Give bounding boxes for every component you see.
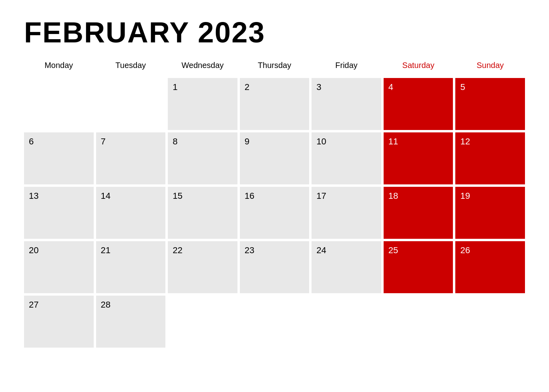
day-cell[interactable] — [168, 296, 237, 348]
day-cell[interactable]: 19 — [455, 187, 525, 239]
day-cell[interactable]: 26 — [455, 241, 525, 293]
day-cell[interactable]: 2 — [240, 78, 310, 130]
calendar-container: FEBRUARY 2023 MondayTuesdayWednesdayThur… — [0, 0, 549, 392]
day-cell[interactable] — [24, 78, 94, 130]
day-number: 8 — [173, 136, 177, 146]
day-header-wednesday: Wednesday — [168, 57, 237, 76]
day-cell[interactable]: 15 — [168, 187, 237, 239]
day-cell[interactable]: 24 — [312, 241, 381, 293]
day-cell[interactable]: 3 — [312, 78, 381, 130]
day-number: 19 — [460, 191, 470, 201]
day-header-thursday: Thursday — [240, 57, 310, 76]
day-header-friday: Friday — [312, 57, 381, 76]
day-number: 17 — [316, 191, 326, 201]
day-number: 26 — [460, 245, 470, 255]
day-header-monday: Monday — [24, 57, 94, 76]
day-cell[interactable]: 25 — [384, 241, 453, 293]
day-cell[interactable]: 10 — [312, 132, 381, 184]
day-cell[interactable]: 4 — [384, 78, 453, 130]
day-number: 2 — [245, 82, 249, 92]
day-cell[interactable]: 9 — [240, 132, 310, 184]
day-cell[interactable]: 27 — [24, 296, 94, 348]
day-number: 21 — [101, 245, 111, 255]
day-number: 25 — [388, 245, 398, 255]
day-cell[interactable]: 8 — [168, 132, 237, 184]
day-cell[interactable] — [240, 296, 310, 348]
day-header-saturday: Saturday — [384, 57, 453, 76]
day-cell[interactable] — [312, 296, 381, 348]
day-cell[interactable]: 20 — [24, 241, 94, 293]
day-cell[interactable]: 1 — [168, 78, 237, 130]
day-cell[interactable]: 16 — [240, 187, 310, 239]
day-cell[interactable]: 28 — [96, 296, 166, 348]
day-number: 28 — [101, 300, 111, 310]
day-number: 11 — [388, 136, 398, 146]
day-number: 12 — [460, 136, 470, 146]
day-number: 3 — [316, 82, 321, 92]
day-number: 13 — [29, 191, 38, 201]
day-number: 16 — [245, 191, 254, 201]
day-cell[interactable]: 13 — [24, 187, 94, 239]
day-number: 27 — [29, 300, 38, 310]
day-cell[interactable]: 17 — [312, 187, 381, 239]
day-cell[interactable]: 18 — [384, 187, 453, 239]
day-cell[interactable]: 11 — [384, 132, 453, 184]
day-number: 4 — [388, 82, 393, 92]
day-cell[interactable]: 7 — [96, 132, 166, 184]
day-number: 10 — [316, 136, 326, 146]
day-number: 23 — [245, 245, 254, 255]
day-number: 6 — [29, 136, 34, 146]
day-cell[interactable]: 21 — [96, 241, 166, 293]
day-number: 14 — [101, 191, 111, 201]
day-cell[interactable] — [455, 296, 525, 348]
day-cell[interactable]: 5 — [455, 78, 525, 130]
day-number: 5 — [460, 82, 465, 92]
day-number: 24 — [316, 245, 326, 255]
day-number: 22 — [173, 245, 182, 255]
day-header-tuesday: Tuesday — [96, 57, 166, 76]
day-number: 15 — [173, 191, 182, 201]
calendar-title: FEBRUARY 2023 — [24, 16, 525, 49]
day-number: 20 — [29, 245, 38, 255]
day-cell[interactable]: 6 — [24, 132, 94, 184]
day-cell[interactable]: 14 — [96, 187, 166, 239]
day-cell[interactable] — [384, 296, 453, 348]
day-cell[interactable]: 23 — [240, 241, 310, 293]
day-header-sunday: Sunday — [455, 57, 525, 76]
day-cell[interactable]: 12 — [455, 132, 525, 184]
day-cell[interactable] — [96, 78, 166, 130]
day-number: 1 — [173, 82, 177, 92]
day-number: 7 — [101, 136, 106, 146]
day-number: 9 — [245, 136, 249, 146]
calendar-grid: MondayTuesdayWednesdayThursdayFridaySatu… — [24, 57, 525, 348]
day-cell[interactable]: 22 — [168, 241, 237, 293]
day-number: 18 — [388, 191, 398, 201]
